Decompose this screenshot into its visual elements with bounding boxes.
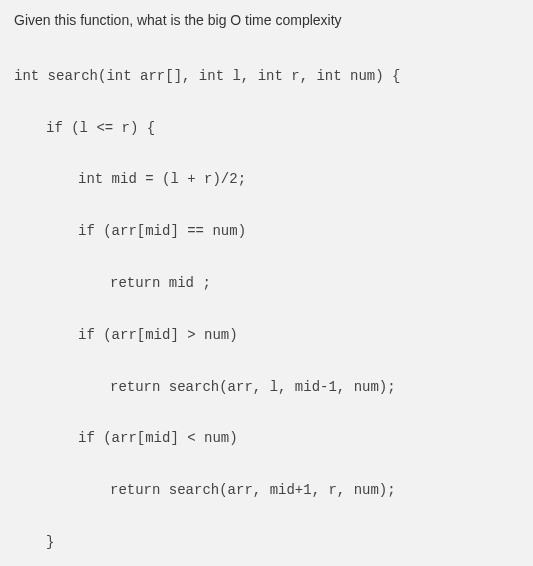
code-line: int search(int arr[], int l, int r, int … (14, 64, 519, 90)
code-line: return search(arr, l, mid-1, num); (14, 375, 519, 401)
code-block: int search(int arr[], int l, int r, int … (14, 38, 519, 566)
code-line: if (arr[mid] == num) (14, 219, 519, 245)
code-line: } (14, 530, 519, 556)
code-line: if (arr[mid] < num) (14, 426, 519, 452)
question-prompt: Given this function, what is the big O t… (14, 12, 519, 28)
code-line: int mid = (l + r)/2; (14, 167, 519, 193)
code-line: if (l <= r) { (14, 116, 519, 142)
code-line: return mid ; (14, 271, 519, 297)
code-line: return search(arr, mid+1, r, num); (14, 478, 519, 504)
code-line: if (arr[mid] > num) (14, 323, 519, 349)
